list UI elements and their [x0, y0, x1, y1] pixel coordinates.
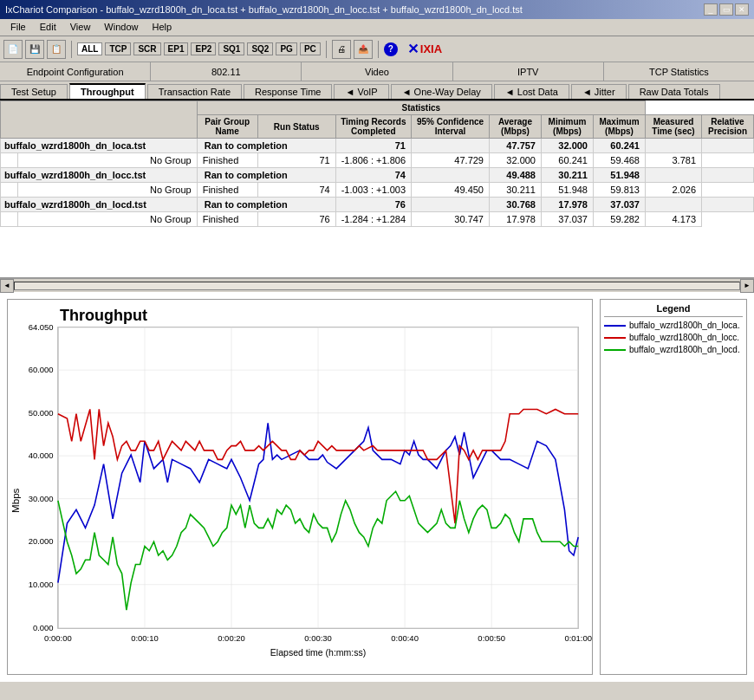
x-tick-40: 0:00:40	[391, 633, 419, 643]
table-row: buffalo_wzrd1800h_dn_locc.tst Ran to com…	[1, 168, 754, 183]
group-max: 51.948	[542, 183, 594, 198]
toolbar-tag-ep2[interactable]: EP2	[191, 42, 216, 55]
close-button[interactable]: ✕	[735, 3, 749, 16]
legend-item-red: buffalo_wzrd1800h_dn_locc.	[604, 333, 743, 342]
menu-help[interactable]: Help	[145, 21, 179, 34]
tab-throughput[interactable]: Throughput	[69, 83, 146, 99]
chart-area: Throughput Mbps 0.000 10.000 20	[7, 299, 593, 675]
legend-line-green	[604, 349, 626, 351]
group-spacer	[1, 212, 18, 227]
toolbar-sep-3	[378, 41, 379, 58]
title-bar: IxChariot Comparison - buffalo_wzrd1800h…	[0, 0, 754, 19]
tab-group-iptv: IPTV	[453, 62, 604, 81]
group-status: Finished	[197, 153, 257, 168]
x-tick-0: 0:00:00	[44, 633, 72, 643]
file-records: 74	[335, 168, 411, 183]
file-status: Ran to completion	[197, 139, 335, 153]
table-row: No Group Finished 74 -1.003 : +1.003 49.…	[1, 183, 754, 198]
file-name: buffalo_wzrd1800h_dn_locd.tst	[1, 198, 198, 212]
file-name: buffalo_wzrd1800h_dn_locc.tst	[1, 168, 198, 183]
tab-iptv[interactable]: IPTV	[510, 65, 545, 79]
toolbar-btn-export[interactable]: 📤	[354, 40, 373, 59]
minimize-button[interactable]: _	[704, 3, 718, 16]
toolbar-tag-pc[interactable]: PC	[300, 42, 321, 55]
toolbar-tag-sq1[interactable]: SQ1	[218, 42, 244, 55]
file-max: 37.037	[594, 198, 646, 212]
toolbar-tag-pg[interactable]: PG	[276, 42, 296, 55]
x-axis-label: Elapsed time (h:mm:ss)	[270, 647, 366, 658]
legend-item-blue: buffalo_wzrd1800h_dn_loca.	[604, 321, 743, 330]
table-row: buffalo_wzrd1800h_dn_locd.tst Ran to com…	[1, 198, 754, 212]
tab-jitter[interactable]: ◄ Jitter	[571, 84, 627, 99]
file-max: 60.241	[594, 139, 646, 153]
tab-response-time[interactable]: Response Time	[244, 84, 332, 99]
table-scrollbar[interactable]: ◄ ►	[0, 278, 754, 292]
file-name: buffalo_wzrd1800h_dn_loca.tst	[1, 139, 198, 153]
menu-bar: File Edit View Window Help	[0, 19, 754, 36]
tab-endpoint-config[interactable]: Endpoint Configuration	[20, 65, 131, 79]
help-icon[interactable]: ?	[384, 42, 398, 56]
x-tick-50: 0:00:50	[478, 633, 505, 643]
scroll-track[interactable]	[14, 282, 740, 290]
tab-raw-data[interactable]: Raw Data Totals	[628, 84, 720, 99]
legend-label-red: buffalo_wzrd1800h_dn_locc.	[629, 333, 739, 342]
group-min: 32.000	[490, 153, 542, 168]
menu-edit[interactable]: Edit	[33, 21, 63, 34]
y-tick-10: 10.000	[29, 580, 54, 589]
scroll-left-arrow[interactable]: ◄	[0, 279, 14, 293]
x-tick-20: 0:00:20	[218, 633, 245, 643]
col-average: Average(Mbps)	[490, 115, 542, 139]
tab-video[interactable]: Video	[358, 65, 396, 79]
tab-group-endpoint: Endpoint Configuration	[0, 62, 151, 81]
chart-container: Throughput Mbps 0.000 10.000 20	[0, 292, 754, 682]
group-spacer	[1, 183, 18, 198]
legend-line-red	[604, 337, 626, 339]
toolbar-tag-scr[interactable]: SCR	[133, 42, 160, 55]
menu-view[interactable]: View	[63, 21, 98, 34]
ixia-logo: IXIA	[420, 42, 442, 55]
legend-item-green: buffalo_wzrd1800h_dn_locd.	[604, 345, 743, 354]
group-status: Finished	[197, 212, 257, 227]
file-time	[646, 168, 702, 183]
group-name: No Group	[18, 183, 198, 198]
group-records: 71	[257, 153, 335, 168]
y-tick-40: 40.000	[29, 450, 54, 460]
col-time: MeasuredTime (sec)	[646, 115, 702, 139]
legend-line-blue	[604, 325, 626, 327]
stats-header: Statistics	[197, 101, 645, 115]
toolbar-tag-all[interactable]: ALL	[77, 42, 102, 55]
toolbar-btn-3[interactable]: 📋	[47, 40, 66, 59]
scroll-right-arrow[interactable]: ►	[740, 279, 754, 293]
group-rp: 2.026	[646, 183, 702, 198]
group-rp: 3.781	[646, 153, 702, 168]
toolbar-tag-tcp[interactable]: TCP	[105, 42, 131, 55]
col-records: Timing RecordsCompleted	[335, 115, 411, 139]
tab-test-setup[interactable]: Test Setup	[0, 84, 68, 99]
chart-svg: Mbps 0.000 10.000 20.000 30.000 40.00	[8, 300, 592, 674]
data-table-container: Statistics Pair GroupName Run Status Tim…	[0, 100, 754, 278]
tab-tcp-stats[interactable]: TCP Statistics	[642, 65, 716, 79]
toolbar-btn-print[interactable]: 🖨	[332, 40, 351, 59]
tab-voip[interactable]: ◄ VoIP	[334, 84, 388, 99]
ixia-x-icon: ✕	[407, 41, 419, 57]
restore-button[interactable]: ▭	[719, 3, 733, 16]
toolbar-tag-ep1[interactable]: EP1	[164, 42, 189, 55]
tab-one-way-delay[interactable]: ◄ One-Way Delay	[391, 84, 492, 99]
tab-transaction-rate[interactable]: Transaction Rate	[147, 84, 242, 99]
menu-file[interactable]: File	[3, 21, 33, 34]
col-rp: RelativePrecision	[702, 115, 754, 139]
chart-legend: Legend buffalo_wzrd1800h_dn_loca. buffal…	[600, 299, 747, 675]
tab-row-2: Test Setup Throughput Transaction Rate R…	[0, 81, 754, 100]
toolbar-btn-1[interactable]: 📄	[3, 40, 23, 59]
tab-lost-data[interactable]: ◄ Lost Data	[494, 84, 569, 99]
x-tick-10: 0:00:10	[131, 633, 159, 643]
x-tick-30: 0:00:30	[304, 633, 332, 643]
y-tick-20: 20.000	[29, 536, 54, 546]
menu-window[interactable]: Window	[97, 21, 145, 34]
toolbar-tag-sq2[interactable]: SQ2	[247, 42, 273, 55]
group-max: 60.241	[542, 153, 594, 168]
toolbar-btn-2[interactable]: 💾	[25, 40, 44, 59]
file-status: Ran to completion	[197, 198, 335, 212]
data-table: Statistics Pair GroupName Run Status Tim…	[0, 100, 754, 227]
tab-80211[interactable]: 802.11	[205, 65, 248, 79]
